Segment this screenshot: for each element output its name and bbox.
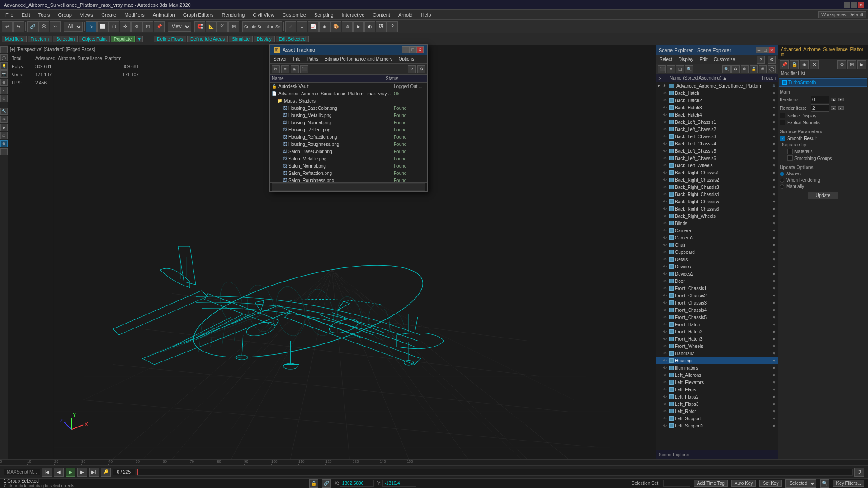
scene-list-item[interactable]: 👁 Back_Hatch4 ❄ (656, 111, 778, 118)
scene-list-item[interactable]: 👁 Back_Hatch2 ❄ (656, 97, 778, 104)
select-link-btn[interactable]: 🔗 (27, 21, 38, 32)
redo-btn[interactable]: ↪ (13, 21, 24, 32)
create-panel-btn[interactable]: + (0, 148, 8, 155)
se-options-btn[interactable]: ⚙ (731, 65, 740, 73)
menu-rendering[interactable]: Rendering (218, 11, 249, 19)
minimize-btn[interactable]: ─ (844, 2, 850, 8)
set-key-btn[interactable]: Set Key (760, 480, 782, 487)
iterations-input[interactable] (811, 96, 829, 103)
create-lights-btn[interactable]: 💡 (0, 62, 8, 70)
eye-icon[interactable]: 👁 (663, 359, 668, 363)
se-select-all-btn[interactable]: ⬛ (658, 65, 666, 73)
eye-icon[interactable]: 👁 (663, 106, 668, 110)
asset-list-item[interactable]: 📁 Maps / Shaders (270, 97, 427, 104)
y-coord-input[interactable] (382, 480, 416, 487)
scene-list-item[interactable]: 👁 Back_Hatch3 ❄ (656, 104, 778, 111)
always-radio[interactable] (780, 172, 784, 176)
unlink-btn[interactable]: ⛓ (38, 21, 49, 32)
eye-icon[interactable]: 👁 (663, 272, 668, 276)
menu-customize[interactable]: Customize (279, 11, 310, 19)
scene-list-item[interactable]: 👁 Back_Hatch ❄ (656, 89, 778, 97)
mod-show-panel-btn[interactable]: ▶ (857, 60, 866, 69)
eye-icon[interactable]: 👁 (663, 344, 668, 348)
se-hierarchy-view-btn[interactable]: ◫ (676, 65, 684, 73)
eye-icon[interactable]: 👁 (663, 91, 668, 95)
asset-list-item[interactable]: 🖼 Housing_BaseColor.png Found (270, 104, 427, 112)
eye-icon[interactable]: 👁 (663, 373, 668, 377)
close-btn[interactable]: ✕ (858, 2, 864, 8)
se-maximize-btn[interactable]: □ (762, 47, 769, 53)
scene-list-item[interactable]: 👁 Left_Support2 ❄ (656, 422, 778, 429)
eye-icon[interactable]: 👁 (663, 192, 668, 197)
asset-list-item[interactable]: 🔒 Autodesk Vault Logged Out ... (270, 83, 427, 90)
eye-icon[interactable]: 👁 (663, 366, 668, 370)
create-shapes-btn[interactable]: ◯ (0, 54, 8, 61)
scene-list-item[interactable]: 👁 Front_Hatch ❄ (656, 321, 778, 328)
render-iters-input[interactable] (811, 104, 829, 112)
se-search-btn[interactable]: 🔍 (685, 65, 693, 73)
render-frame-btn[interactable]: 🖼 (376, 21, 387, 32)
asset-list-item[interactable]: 🖼 Housing_Metallic.png Found (270, 112, 427, 119)
asset-list-item[interactable]: 🖼 Salon_Refraction.png Found (270, 169, 427, 177)
menu-interactive[interactable]: Interactive (338, 11, 368, 19)
se-list-view-btn[interactable]: ≡ (667, 65, 675, 73)
eye-icon[interactable]: 👁 (663, 352, 668, 356)
render-iters-up-btn[interactable]: ▲ (831, 106, 836, 110)
update-btn[interactable]: Update (808, 192, 838, 199)
eye-icon[interactable]: 👁 (663, 229, 668, 233)
go-start-btn[interactable]: |◀ (42, 468, 52, 477)
angle-snap-btn[interactable]: 📐 (206, 21, 217, 32)
se-header-frozen[interactable]: Frozen (753, 75, 776, 80)
modifier-list-dropdown[interactable]: Modifier List (778, 70, 868, 77)
eye-icon[interactable]: 👁 (663, 156, 668, 160)
se-close-btn[interactable]: ✕ (769, 47, 775, 53)
asset-list-item[interactable]: 🖼 Salon_BaseColor.png Found (270, 148, 427, 155)
workspace-selector[interactable]: Workspaces: Default (818, 11, 866, 18)
asset-list-item[interactable]: 🖼 Housing_Roughness.png Found (270, 141, 427, 148)
asset-big-icon-btn[interactable]: ⬛ (300, 65, 308, 73)
eye-icon[interactable]: 👁 (663, 388, 668, 392)
asset-refresh-btn[interactable]: ↻ (272, 65, 280, 73)
eye-icon[interactable]: 👁 (663, 402, 668, 406)
render-btn[interactable]: ▶ (353, 21, 364, 32)
scene-list-item[interactable]: 👁 Detals ❄ (656, 256, 778, 263)
simulate-btn[interactable]: Simulate (229, 36, 253, 42)
materials-checkbox[interactable] (787, 149, 793, 154)
eye-icon[interactable]: 👁 (663, 113, 668, 117)
asset-menu-paths[interactable]: Paths (305, 56, 321, 62)
iterations-down-btn[interactable]: ▼ (838, 98, 844, 101)
eye-icon[interactable]: 👁 (663, 409, 668, 413)
object-paint-tab[interactable]: Object Paint (79, 36, 109, 42)
iterations-up-btn[interactable]: ▲ (831, 98, 836, 101)
mod-pin-btn[interactable]: 📌 (780, 60, 789, 69)
eye-icon[interactable]: 👁 (663, 127, 668, 131)
asset-list-item[interactable]: 🖼 Salon_Metallic.png Found (270, 155, 427, 162)
asset-list-item[interactable]: 🖼 Housing_Reflect.png Found (270, 126, 427, 133)
asset-list-btn[interactable]: ≡ (281, 65, 289, 73)
scene-list-item[interactable]: 👁 Front_Chassis4 ❄ (656, 306, 778, 314)
create-systems-btn[interactable]: ⚙ (0, 95, 8, 102)
scene-list-item[interactable]: 👁 Chair ❄ (656, 241, 778, 249)
snap-toggle-btn[interactable]: 🧲 (194, 21, 205, 32)
modifier-panel-btn[interactable]: ⚒ (0, 140, 8, 147)
eye-icon[interactable]: 👁 (663, 380, 668, 385)
eye-icon[interactable]: 👁 (663, 395, 668, 399)
render-iters-down-btn[interactable]: ▼ (838, 106, 844, 110)
scene-list-item[interactable]: 👁 Devices2 ❄ (656, 270, 778, 277)
asset-menu-server[interactable]: Server (272, 56, 288, 62)
se-filter-btn[interactable]: 🔍 (722, 65, 731, 73)
asset-list-item[interactable]: 🖼 Salon_Roughness.png Found (270, 177, 427, 182)
menu-civil-view[interactable]: Civil View (249, 11, 278, 19)
scene-list-item[interactable]: 👁 Blinds ❄ (656, 220, 778, 227)
asset-close-btn[interactable]: ✕ (416, 46, 424, 53)
se-menu-customize[interactable]: Customize (712, 56, 737, 62)
scene-list-item[interactable]: 👁 Front_Chassis3 ❄ (656, 299, 778, 306)
scene-list-item[interactable]: 👁 Back_Left_Chassis1 ❄ (656, 118, 778, 126)
asset-dialog-titlebar[interactable]: ⊞ Asset Tracking ─ □ ✕ (270, 45, 427, 55)
create-geometry-btn[interactable]: □ (0, 46, 8, 53)
asset-list-item[interactable]: 📄 Advanced_Airborne_Surveillance_Platfor… (270, 90, 427, 97)
smoothing-groups-checkbox[interactable] (787, 155, 793, 161)
scene-list-item[interactable]: 👁 Cupboard ❄ (656, 249, 778, 256)
play-btn[interactable]: ▶ (66, 468, 75, 477)
eye-icon[interactable]: 👁 (663, 301, 668, 305)
